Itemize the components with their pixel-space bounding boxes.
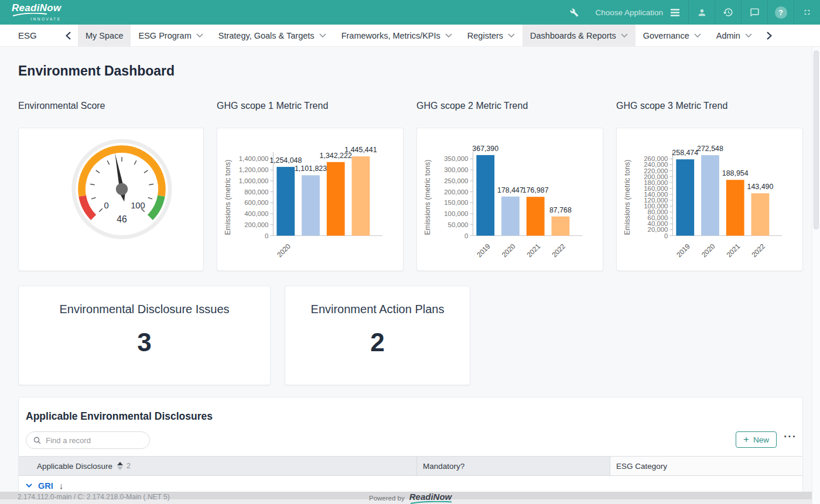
svg-text:350,000: 350,000 [444, 155, 468, 162]
svg-text:87,768: 87,768 [549, 206, 572, 214]
svg-text:2022: 2022 [550, 242, 567, 259]
environmental-score-gauge-card: 010046 [18, 128, 204, 271]
stat-title: Environment Action Plans [285, 303, 470, 316]
svg-text:272,548: 272,548 [697, 145, 723, 153]
choose-application-button[interactable]: Choose Application [587, 0, 688, 25]
top-actions: Choose Application ? [562, 0, 820, 25]
nav-tab-governance[interactable]: Governance [636, 25, 709, 46]
svg-text:1,000,000: 1,000,000 [239, 177, 269, 184]
sort-indicator-icon [117, 462, 123, 470]
column-header-mandatory[interactable]: Mandatory? [416, 457, 610, 475]
nav-tab-esg-program[interactable]: ESG Program [131, 25, 210, 46]
svg-text:Emissions (metric tons): Emissions (metric tons) [623, 160, 631, 235]
svg-text:258,474: 258,474 [672, 149, 698, 157]
svg-text:367,390: 367,390 [472, 145, 498, 153]
chevron-down-icon[interactable] [26, 484, 32, 488]
history-icon [723, 7, 733, 18]
svg-text:260,000: 260,000 [644, 155, 668, 162]
svg-text:2020: 2020 [500, 242, 517, 259]
nav-tab-dashboards-reports[interactable]: Dashboards & Reports [522, 25, 636, 46]
nav-tab-label: Admin [716, 31, 740, 40]
readinow-logo: ReadiNow INNOVATE [12, 3, 62, 22]
feedback-button[interactable] [741, 0, 767, 25]
environmental-score-gauge: 010046 [70, 138, 173, 241]
group-label[interactable]: GRI [38, 481, 53, 491]
nav-tab-admin[interactable]: Admin [709, 25, 760, 46]
chevron-down-icon [319, 33, 326, 37]
svg-text:250,000: 250,000 [444, 177, 468, 184]
fullscreen-icon [803, 8, 811, 16]
svg-text:Emissions (metric tons): Emissions (metric tons) [423, 160, 432, 235]
sort-descending-icon[interactable]: ↓ [59, 481, 64, 491]
stat-title: Environmental Disclosure Issues [19, 303, 270, 316]
ghg-scope-3-chart-card: 020,00040,00060,00080,000100,000120,0001… [616, 128, 803, 271]
chart-title-ghg-scope-2: GHG scope 2 Metric Trend [416, 101, 528, 111]
search-input[interactable] [46, 436, 142, 445]
powered-by-label: Powered by [369, 495, 405, 502]
svg-text:143,490: 143,490 [747, 183, 774, 191]
environmental-disclosure-issues-card: Environmental Disclosure Issues 3 [18, 286, 271, 385]
chevron-left-icon [66, 32, 71, 40]
dashboard-content: Environment Dashboard Environmental Scor… [0, 47, 820, 504]
column-label: Applicable Disclosure [37, 462, 112, 471]
svg-text:400,000: 400,000 [244, 210, 268, 217]
help-icon: ? [775, 6, 787, 19]
nav-scroll-right-button[interactable] [760, 25, 779, 46]
svg-text:150,000: 150,000 [444, 199, 468, 206]
version-text: 2.174.112.0-main / C: 2.174.218.0-Main (… [18, 493, 170, 501]
help-button[interactable]: ? [767, 0, 794, 25]
nav-scroll-left-button[interactable] [59, 25, 78, 46]
vertical-scrollbar-thumb[interactable] [814, 50, 819, 229]
nav-tab-frameworks-metrics-kpis[interactable]: Frameworks, Metrics/KPIs [334, 25, 460, 46]
ghg-scope-2-chart-card: 050,000100,000150,000200,000250,000300,0… [416, 128, 603, 271]
nav-tab-label: My Space [86, 31, 123, 40]
table-group-row-gri: GRI ↓ [26, 481, 63, 491]
more-options-button[interactable]: ··· [784, 430, 797, 443]
fullscreen-button[interactable] [794, 0, 820, 25]
admin-toolbox-button[interactable] [562, 0, 587, 25]
vertical-scrollbar-track[interactable] [812, 47, 820, 504]
svg-text:Emissions (metric tons): Emissions (metric tons) [224, 160, 232, 235]
footer-brand-name: ReadiNow [409, 492, 453, 501]
new-record-button[interactable]: + New [736, 431, 777, 448]
svg-text:50,000: 50,000 [448, 221, 469, 228]
nav-tabs: My SpaceESG ProgramStrategy, Goals & Tar… [78, 25, 760, 46]
svg-text:2019: 2019 [675, 242, 692, 259]
find-record-search[interactable] [26, 431, 150, 449]
ghg-scope-1-chart-card: 0200,000400,000600,000800,0001,000,0001,… [217, 128, 404, 271]
user-button[interactable] [688, 0, 715, 25]
svg-text:100: 100 [131, 201, 145, 210]
svg-text:46: 46 [117, 214, 127, 224]
powered-by: Powered by ReadiNow [369, 492, 453, 504]
chevron-down-icon [445, 33, 452, 37]
svg-text:200,000: 200,000 [244, 221, 268, 228]
column-header-esg-category[interactable]: ESG Category [610, 457, 802, 475]
disclosures-title: Applicable Environmental Disclosures [26, 410, 213, 423]
readinow-footer-logo: ReadiNow [409, 492, 453, 504]
svg-text:1,400,000: 1,400,000 [239, 155, 269, 162]
nav-tab-strategy-goals-targets[interactable]: Strategy, Goals & Targets [211, 25, 334, 46]
logo-swoosh [12, 13, 48, 17]
nav-tab-label: Strategy, Goals & Targets [218, 31, 315, 40]
menu-icon [670, 9, 680, 16]
chart-title-ghg-scope-3: GHG scope 3 Metric Trend [616, 101, 727, 111]
svg-text:2019: 2019 [475, 242, 492, 259]
status-footer: 2.174.112.0-main / C: 2.174.218.0-Main (… [0, 492, 820, 504]
brand-tagline: INNOVATE [12, 18, 62, 22]
new-button-label: New [753, 436, 769, 444]
nav-tab-label: Governance [643, 31, 689, 40]
wrench-icon [570, 8, 579, 17]
sort-order-badge: 2 [127, 462, 131, 470]
nav-tab-my-space[interactable]: My Space [78, 25, 131, 46]
svg-text:100,000: 100,000 [444, 210, 468, 217]
nav-tab-registers[interactable]: Registers [460, 25, 522, 46]
top-app-bar: ReadiNow INNOVATE Choose Application [0, 0, 820, 25]
environment-action-plans-card: Environment Action Plans 2 [285, 286, 470, 385]
svg-text:1,445,441: 1,445,441 [344, 146, 377, 154]
column-header-applicable-disclosure[interactable]: Applicable Disclosure 2 [19, 457, 416, 475]
column-label: ESG Category [616, 462, 667, 471]
svg-text:1,200,000: 1,200,000 [239, 166, 269, 173]
svg-text:1,101,823: 1,101,823 [295, 164, 327, 173]
chevron-down-icon [745, 33, 752, 37]
history-button[interactable] [715, 0, 741, 25]
